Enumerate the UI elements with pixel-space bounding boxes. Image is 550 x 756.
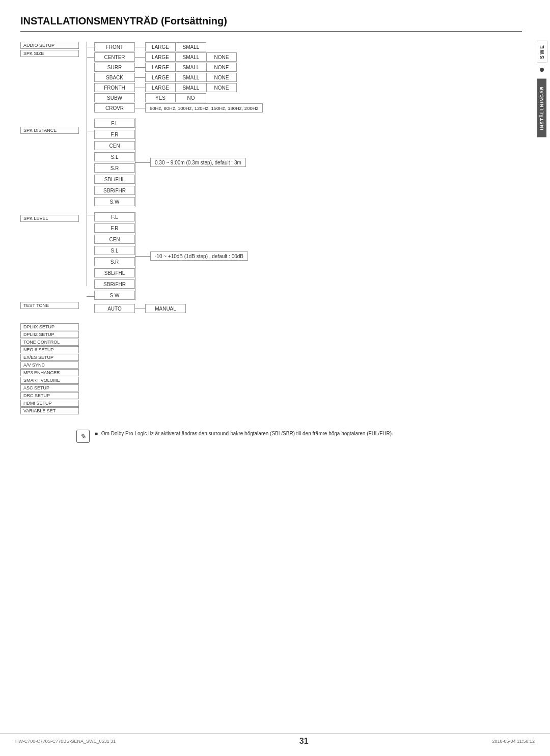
- note-bullet: ■: [95, 431, 98, 436]
- install-tab: INSTÄLLNINGAR: [537, 79, 546, 137]
- neo6-label: NEO:6 SETUP: [20, 346, 79, 353]
- surr-none: NONE: [206, 63, 237, 72]
- side-tab-area: SWE INSTÄLLNINGAR: [534, 41, 550, 137]
- sback-line1: [135, 77, 145, 78]
- level-sl: S.L: [94, 246, 135, 255]
- dist-sl-row: S.L: [94, 152, 135, 162]
- dist-fr-row: F.R: [94, 129, 135, 139]
- dist-sw: S.W: [94, 197, 135, 206]
- spk-size-label-wrap: SPK SIZE: [20, 50, 79, 57]
- connector-area: [79, 42, 94, 414]
- surr-small: SMALL: [176, 63, 206, 72]
- note-text: Om Dolby Pro Logic IIz är aktiverat ändr…: [101, 431, 393, 436]
- dist-sl: S.L: [94, 152, 135, 161]
- fronth-row: FRONTH LARGE SMALL NONE: [94, 82, 522, 93]
- center-small: SMALL: [176, 52, 206, 62]
- smart-volume-label: SMART VOLUME: [20, 377, 79, 384]
- crovr-box: CROVR: [94, 103, 135, 113]
- sback-small: SMALL: [176, 73, 206, 82]
- test-tone-label: TEST TONE: [20, 302, 79, 309]
- dist-sblfhl-row: SBL/FHL: [94, 174, 135, 184]
- fronth-box: FRONTH: [94, 83, 135, 92]
- spk-distance-label-wrap: SPK DISTANCE: [20, 127, 79, 134]
- audio-setup-label: AUDIO SETUP: [20, 42, 79, 49]
- surr-box: SURR: [94, 63, 135, 72]
- level-sw-row: S.W: [94, 290, 135, 300]
- tone-control-label: TONE CONTROL: [20, 339, 79, 346]
- tt-line: [135, 309, 145, 309]
- hdmi-label: HDMI SETUP: [20, 400, 79, 407]
- test-tone-row: AUTO MANUAL: [94, 303, 522, 314]
- spk-dist-inner: F.L F.R CEN S.L S.R: [94, 118, 522, 207]
- level-cen-row: CEN: [94, 234, 135, 244]
- dist-range-wrap: 0.30 ~ 9.00m (0.3m step), default : 3m: [150, 118, 246, 207]
- page-content: SWE INSTÄLLNINGAR INSTALLATIONSMENYTRÄD …: [0, 0, 550, 756]
- mp3-label: MP3 ENHANCER: [20, 369, 79, 376]
- surr-large: LARGE: [145, 63, 176, 72]
- note-section: ✎ ■ Om Dolby Pro Logic IIz är aktiverat …: [20, 430, 522, 443]
- drc-label: DRC SETUP: [20, 392, 79, 399]
- subw-yes: YES: [145, 93, 176, 102]
- spk-size-spacer: [20, 58, 79, 127]
- audio-setup-label-wrap: AUDIO SETUP: [20, 42, 79, 49]
- bottom-labels: DPLIIX SETUP DPLIIZ SETUP TONE CONTROL N…: [20, 323, 79, 414]
- crovr-line1: [135, 108, 145, 108]
- swe-tab: SWE: [537, 41, 547, 63]
- dist-sbrfhr: SBR/FHR: [94, 186, 135, 195]
- fronth-large: LARGE: [145, 83, 176, 92]
- spk-level-sub-items: F.L F.R CEN S.L S.R: [94, 212, 135, 300]
- main-vline: [87, 42, 87, 286]
- spk-distance-section: F.L F.R CEN S.L S.R: [94, 118, 522, 207]
- spk-level-section: F.L F.R CEN S.L S.R: [94, 212, 522, 300]
- level-fl-row: F.L: [94, 212, 135, 222]
- dist-cen-row: CEN: [94, 141, 135, 151]
- dist-sw-row: S.W: [94, 197, 135, 207]
- level-cen: CEN: [94, 235, 135, 244]
- note-icon: ✎: [76, 430, 90, 443]
- spk-size-section: FRONT LARGE SMALL CENTER LARGE SMALL NON…: [94, 42, 522, 113]
- dist-sr-row: S.R: [94, 163, 135, 173]
- spk-level-inner: F.L F.R CEN S.L S.R: [94, 212, 522, 300]
- pencil-symbol: ✎: [80, 432, 86, 440]
- dist-connector: [135, 118, 150, 207]
- spk-dist-spacer: [20, 135, 79, 215]
- level-hline-mid: [135, 256, 150, 257]
- front-row: FRONT LARGE SMALL: [94, 42, 522, 52]
- h-spklevel: [87, 215, 94, 215]
- level-fl: F.L: [94, 212, 135, 221]
- front-line1: [135, 47, 145, 47]
- dist-sr: S.R: [94, 163, 135, 173]
- level-sbrfhr: SBR/FHR: [94, 279, 135, 289]
- dpliiz-label: DPLIIZ SETUP: [20, 331, 79, 338]
- subw-line1: [135, 98, 145, 98]
- subw-no: NO: [176, 93, 206, 102]
- dpliix-label: DPLIIX SETUP: [20, 323, 79, 330]
- front-small: SMALL: [176, 42, 206, 51]
- crovr-options: 60Hz, 80Hz, 100Hz, 120Hz, 150Hz, 180Hz, …: [145, 103, 263, 113]
- page-number: 31: [299, 737, 309, 746]
- spk-level-spacer: [20, 223, 79, 302]
- spk-dist-sub-items: F.L F.R CEN S.L S.R: [94, 118, 135, 207]
- right-content: FRONT LARGE SMALL CENTER LARGE SMALL NON…: [94, 42, 522, 414]
- sback-row: SBACK LARGE SMALL NONE: [94, 72, 522, 82]
- level-range-wrap: -10 ~ +10dB (1dB step) , default : 00dB: [150, 212, 248, 300]
- fronth-line1: [135, 88, 145, 88]
- h-audio: [87, 47, 94, 47]
- variable-set-label: VARIABLE SET: [20, 407, 79, 414]
- page-title: INSTALLATIONSMENYTRÄD (Fortsättning): [20, 15, 522, 32]
- center-box: CENTER: [94, 52, 135, 62]
- left-sidebar: AUDIO SETUP SPK SIZE SPK DISTANCE SPK LE…: [20, 42, 79, 414]
- footer-right: 2010-05-04 11:58:12: [492, 739, 535, 744]
- note-content: ■ Om Dolby Pro Logic IIz är aktiverat än…: [95, 430, 393, 437]
- level-sblfhl: SBL/FHL: [94, 268, 135, 277]
- level-fr: F.R: [94, 223, 135, 233]
- spk-distance-label: SPK DISTANCE: [20, 127, 79, 134]
- level-sbrfhr-row: SBR/FHR: [94, 279, 135, 289]
- dist-cen: CEN: [94, 141, 135, 150]
- front-box: FRONT: [94, 42, 135, 51]
- fronth-small: SMALL: [176, 83, 206, 92]
- spk-size-label: SPK SIZE: [20, 50, 79, 57]
- dot-indicator: [540, 68, 544, 72]
- level-connector: [135, 212, 150, 300]
- tt-manual: MANUAL: [145, 304, 186, 313]
